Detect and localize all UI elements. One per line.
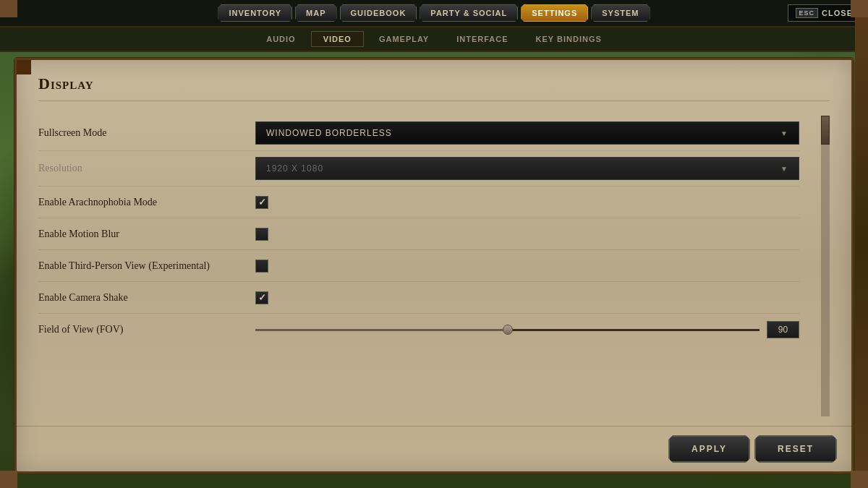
close-label: CLOSE: [822, 9, 853, 17]
scrollbar[interactable]: [821, 116, 830, 416]
resolution-control: 1920 X 1080 ▼: [255, 157, 799, 180]
setting-row-fov: Field of View (FOV) 90: [38, 314, 799, 346]
arachnophobia-control: [255, 196, 799, 209]
resolution-label: Resolution: [38, 163, 255, 174]
dropdown-arrow-fullscreen: ▼: [780, 129, 788, 137]
setting-row-arachnophobia: Enable Arachnophobia Mode: [38, 187, 799, 218]
top-nav: INVENTORY MAP GUIDEBOOK PARTY & SOCIAL S…: [0, 0, 868, 27]
motion-blur-label: Enable Motion Blur: [38, 228, 255, 240]
corner-tl: [0, 0, 17, 17]
nav-btn-settings[interactable]: SETTINGS: [521, 4, 588, 22]
corner-bl: [0, 471, 17, 488]
fov-slider-track[interactable]: [255, 329, 760, 331]
fullscreen-dropdown[interactable]: WINDOWED BORDERLESS ▼: [255, 121, 799, 145]
settings-content: Fullscreen Mode WINDOWED BORDERLESS ▼ Re…: [38, 116, 830, 416]
fullscreen-control: WINDOWED BORDERLESS ▼: [255, 121, 799, 145]
setting-row-third-person: Enable Third-Person View (Experimental): [38, 250, 799, 282]
fov-slider-container: 90: [255, 321, 799, 338]
sub-nav-keybindings[interactable]: KEY BINDINGS: [524, 31, 614, 47]
setting-row-fullscreen: Fullscreen Mode WINDOWED BORDERLESS ▼: [38, 116, 799, 151]
corner-tr: [851, 0, 868, 17]
dropdown-arrow-resolution: ▼: [780, 165, 788, 173]
third-person-control: [255, 260, 799, 273]
nav-btn-map[interactable]: MAP: [295, 4, 336, 22]
sub-nav-interface[interactable]: INTERFACE: [444, 31, 520, 47]
section-title: Display: [38, 74, 830, 101]
sub-nav-video[interactable]: VIDEO: [311, 31, 364, 47]
bottom-buttons: APPLY RESET: [17, 426, 851, 471]
setting-row-camera-shake: Enable Camera Shake: [38, 282, 799, 314]
nav-btn-system[interactable]: SYSTEM: [591, 4, 650, 22]
camera-shake-checkbox[interactable]: [255, 291, 268, 304]
frame-inner: Display Fullscreen Mode WINDOWED BORDERL…: [17, 60, 851, 426]
fov-slider-fill: [255, 329, 508, 331]
third-person-checkbox[interactable]: [255, 260, 268, 273]
arachnophobia-label: Enable Arachnophobia Mode: [38, 197, 255, 208]
sub-nav: AUDIO VIDEO GAMEPLAY INTERFACE KEY BINDI…: [0, 27, 868, 52]
right-ornament: [855, 0, 868, 488]
arachnophobia-checkbox[interactable]: [255, 196, 268, 209]
close-button[interactable]: ESC CLOSE: [788, 4, 861, 22]
scrollbar-thumb[interactable]: [821, 116, 830, 145]
settings-list: Fullscreen Mode WINDOWED BORDERLESS ▼ Re…: [38, 116, 810, 416]
fov-slider-value: 90: [767, 321, 799, 338]
main-frame: Display Fullscreen Mode WINDOWED BORDERL…: [14, 58, 854, 474]
third-person-label: Enable Third-Person View (Experimental): [38, 260, 255, 272]
fov-slider-thumb[interactable]: [503, 325, 513, 335]
sub-nav-gameplay[interactable]: GAMEPLAY: [367, 31, 441, 47]
camera-shake-control: [255, 291, 799, 304]
sub-nav-audio[interactable]: AUDIO: [254, 31, 307, 47]
motion-blur-checkbox[interactable]: [255, 228, 268, 241]
camera-shake-label: Enable Camera Shake: [38, 292, 255, 304]
resolution-dropdown: 1920 X 1080 ▼: [255, 157, 799, 180]
resolution-value: 1920 X 1080: [266, 163, 323, 174]
setting-row-motion-blur: Enable Motion Blur: [38, 218, 799, 250]
esc-badge: ESC: [796, 8, 819, 18]
apply-button[interactable]: APPLY: [668, 435, 750, 463]
nav-btn-guidebook[interactable]: GUIDEBOOK: [340, 4, 417, 22]
fov-control: 90: [255, 321, 799, 338]
motion-blur-control: [255, 228, 799, 241]
nav-btn-inventory[interactable]: INVENTORY: [218, 4, 292, 22]
fullscreen-label: Fullscreen Mode: [38, 127, 255, 139]
corner-br: [851, 471, 868, 488]
fov-label: Field of View (FOV): [38, 324, 255, 335]
reset-button[interactable]: RESET: [754, 435, 837, 463]
fullscreen-value: WINDOWED BORDERLESS: [266, 128, 392, 138]
setting-row-resolution: Resolution 1920 X 1080 ▼: [38, 151, 799, 187]
nav-btn-party-social[interactable]: PARTY & SOCIAL: [420, 4, 518, 22]
